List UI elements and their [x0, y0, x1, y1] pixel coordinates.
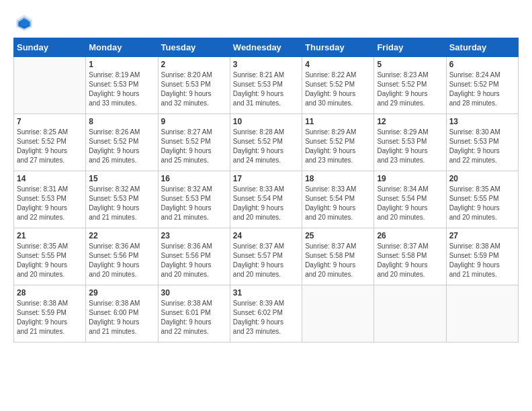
- calendar-cell: 5Sunrise: 8:23 AM Sunset: 5:52 PM Daylig…: [374, 57, 446, 114]
- day-number: 6: [449, 60, 515, 69]
- calendar-cell: [446, 285, 518, 342]
- calendar-cell: 27Sunrise: 8:38 AM Sunset: 5:59 PM Dayli…: [446, 228, 518, 285]
- header-cell-thursday: Thursday: [302, 38, 374, 57]
- day-number: 27: [449, 231, 515, 240]
- day-number: 22: [89, 231, 154, 240]
- day-info: Sunrise: 8:36 AM Sunset: 5:56 PM Dayligh…: [161, 242, 227, 279]
- day-number: 31: [233, 288, 299, 298]
- calendar-cell: 2Sunrise: 8:20 AM Sunset: 5:53 PM Daylig…: [158, 57, 230, 114]
- day-info: Sunrise: 8:37 AM Sunset: 5:58 PM Dayligh…: [305, 242, 371, 279]
- calendar-cell: 11Sunrise: 8:29 AM Sunset: 5:52 PM Dayli…: [302, 114, 374, 171]
- day-info: Sunrise: 8:37 AM Sunset: 5:58 PM Dayligh…: [377, 242, 443, 279]
- logo-icon: [15, 13, 34, 32]
- day-info: Sunrise: 8:24 AM Sunset: 5:52 PM Dayligh…: [449, 71, 515, 108]
- calendar-cell: 9Sunrise: 8:27 AM Sunset: 5:52 PM Daylig…: [158, 114, 230, 171]
- calendar-cell: 19Sunrise: 8:34 AM Sunset: 5:54 PM Dayli…: [374, 171, 446, 228]
- calendar-cell: 28Sunrise: 8:38 AM Sunset: 5:59 PM Dayli…: [14, 285, 86, 342]
- calendar-cell: 24Sunrise: 8:37 AM Sunset: 5:57 PM Dayli…: [230, 228, 302, 285]
- day-info: Sunrise: 8:33 AM Sunset: 5:54 PM Dayligh…: [305, 185, 371, 222]
- calendar-cell: 8Sunrise: 8:26 AM Sunset: 5:52 PM Daylig…: [86, 114, 158, 171]
- day-number: 13: [449, 117, 515, 126]
- day-number: 1: [89, 60, 154, 69]
- header-cell-sunday: Sunday: [14, 38, 86, 57]
- day-number: 17: [233, 174, 299, 183]
- calendar-week-3: 14Sunrise: 8:31 AM Sunset: 5:53 PM Dayli…: [14, 171, 519, 228]
- calendar-cell: 15Sunrise: 8:32 AM Sunset: 5:53 PM Dayli…: [86, 171, 158, 228]
- day-number: 30: [161, 288, 227, 298]
- day-number: 11: [305, 117, 371, 126]
- calendar-cell: 12Sunrise: 8:29 AM Sunset: 5:53 PM Dayli…: [374, 114, 446, 171]
- calendar-cell: 1Sunrise: 8:19 AM Sunset: 5:53 PM Daylig…: [86, 57, 158, 114]
- calendar-cell: 20Sunrise: 8:35 AM Sunset: 5:55 PM Dayli…: [446, 171, 518, 228]
- logo: [13, 13, 34, 32]
- day-number: 9: [161, 117, 227, 126]
- calendar-cell: 6Sunrise: 8:24 AM Sunset: 5:52 PM Daylig…: [446, 57, 518, 114]
- page-header: [13, 13, 519, 32]
- day-number: 15: [89, 174, 154, 183]
- day-number: 25: [305, 231, 371, 240]
- day-number: 4: [305, 60, 371, 69]
- day-info: Sunrise: 8:28 AM Sunset: 5:52 PM Dayligh…: [233, 128, 299, 165]
- day-number: 14: [17, 174, 83, 183]
- day-number: 21: [17, 231, 83, 240]
- calendar-cell: 23Sunrise: 8:36 AM Sunset: 5:56 PM Dayli…: [158, 228, 230, 285]
- calendar-cell: [14, 57, 86, 114]
- day-info: Sunrise: 8:27 AM Sunset: 5:52 PM Dayligh…: [161, 128, 227, 165]
- day-number: 26: [377, 231, 443, 240]
- calendar-cell: 30Sunrise: 8:38 AM Sunset: 6:01 PM Dayli…: [158, 285, 230, 342]
- calendar-cell: 21Sunrise: 8:35 AM Sunset: 5:55 PM Dayli…: [14, 228, 86, 285]
- header-cell-saturday: Saturday: [446, 38, 518, 57]
- day-info: Sunrise: 8:20 AM Sunset: 5:53 PM Dayligh…: [161, 71, 227, 108]
- calendar-cell: [302, 285, 374, 342]
- day-number: 23: [161, 231, 227, 240]
- day-info: Sunrise: 8:38 AM Sunset: 6:01 PM Dayligh…: [161, 299, 227, 336]
- calendar-cell: [374, 285, 446, 342]
- day-number: 12: [377, 117, 443, 126]
- day-info: Sunrise: 8:29 AM Sunset: 5:52 PM Dayligh…: [305, 128, 371, 165]
- calendar-cell: 26Sunrise: 8:37 AM Sunset: 5:58 PM Dayli…: [374, 228, 446, 285]
- calendar-week-2: 7Sunrise: 8:25 AM Sunset: 5:52 PM Daylig…: [14, 114, 519, 171]
- calendar-cell: 31Sunrise: 8:39 AM Sunset: 6:02 PM Dayli…: [230, 285, 302, 342]
- day-info: Sunrise: 8:31 AM Sunset: 5:53 PM Dayligh…: [17, 185, 83, 222]
- calendar-cell: 18Sunrise: 8:33 AM Sunset: 5:54 PM Dayli…: [302, 171, 374, 228]
- day-number: 24: [233, 231, 299, 240]
- day-info: Sunrise: 8:39 AM Sunset: 6:02 PM Dayligh…: [233, 299, 299, 336]
- day-number: 5: [377, 60, 443, 69]
- calendar-body: 1Sunrise: 8:19 AM Sunset: 5:53 PM Daylig…: [14, 57, 519, 342]
- day-number: 10: [233, 117, 299, 126]
- day-info: Sunrise: 8:38 AM Sunset: 5:59 PM Dayligh…: [17, 299, 83, 336]
- day-info: Sunrise: 8:23 AM Sunset: 5:52 PM Dayligh…: [377, 71, 443, 108]
- day-info: Sunrise: 8:32 AM Sunset: 5:53 PM Dayligh…: [161, 185, 227, 222]
- day-info: Sunrise: 8:35 AM Sunset: 5:55 PM Dayligh…: [449, 185, 515, 222]
- header-cell-monday: Monday: [86, 38, 158, 57]
- calendar-cell: 7Sunrise: 8:25 AM Sunset: 5:52 PM Daylig…: [14, 114, 86, 171]
- calendar-cell: 14Sunrise: 8:31 AM Sunset: 5:53 PM Dayli…: [14, 171, 86, 228]
- day-info: Sunrise: 8:34 AM Sunset: 5:54 PM Dayligh…: [377, 185, 443, 222]
- day-info: Sunrise: 8:29 AM Sunset: 5:53 PM Dayligh…: [377, 128, 443, 165]
- header-cell-friday: Friday: [374, 38, 446, 57]
- calendar-cell: 16Sunrise: 8:32 AM Sunset: 5:53 PM Dayli…: [158, 171, 230, 228]
- day-info: Sunrise: 8:21 AM Sunset: 5:53 PM Dayligh…: [233, 71, 299, 108]
- day-number: 3: [233, 60, 299, 69]
- calendar-week-1: 1Sunrise: 8:19 AM Sunset: 5:53 PM Daylig…: [14, 57, 519, 114]
- calendar-cell: 3Sunrise: 8:21 AM Sunset: 5:53 PM Daylig…: [230, 57, 302, 114]
- day-info: Sunrise: 8:25 AM Sunset: 5:52 PM Dayligh…: [17, 128, 83, 165]
- header-cell-tuesday: Tuesday: [158, 38, 230, 57]
- day-info: Sunrise: 8:32 AM Sunset: 5:53 PM Dayligh…: [89, 185, 154, 222]
- calendar-cell: 22Sunrise: 8:36 AM Sunset: 5:56 PM Dayli…: [86, 228, 158, 285]
- day-number: 7: [17, 117, 83, 126]
- day-info: Sunrise: 8:38 AM Sunset: 6:00 PM Dayligh…: [89, 299, 154, 336]
- day-info: Sunrise: 8:37 AM Sunset: 5:57 PM Dayligh…: [233, 242, 299, 279]
- day-info: Sunrise: 8:38 AM Sunset: 5:59 PM Dayligh…: [449, 242, 515, 279]
- calendar-cell: 17Sunrise: 8:33 AM Sunset: 5:54 PM Dayli…: [230, 171, 302, 228]
- day-info: Sunrise: 8:33 AM Sunset: 5:54 PM Dayligh…: [233, 185, 299, 222]
- calendar-header: SundayMondayTuesdayWednesdayThursdayFrid…: [14, 38, 519, 57]
- calendar-week-5: 28Sunrise: 8:38 AM Sunset: 5:59 PM Dayli…: [14, 285, 519, 342]
- day-info: Sunrise: 8:36 AM Sunset: 5:56 PM Dayligh…: [89, 242, 154, 279]
- day-number: 20: [449, 174, 515, 183]
- day-info: Sunrise: 8:30 AM Sunset: 5:53 PM Dayligh…: [449, 128, 515, 165]
- day-info: Sunrise: 8:35 AM Sunset: 5:55 PM Dayligh…: [17, 242, 83, 279]
- day-info: Sunrise: 8:19 AM Sunset: 5:53 PM Dayligh…: [89, 71, 154, 108]
- header-row: SundayMondayTuesdayWednesdayThursdayFrid…: [14, 38, 519, 57]
- calendar-cell: 25Sunrise: 8:37 AM Sunset: 5:58 PM Dayli…: [302, 228, 374, 285]
